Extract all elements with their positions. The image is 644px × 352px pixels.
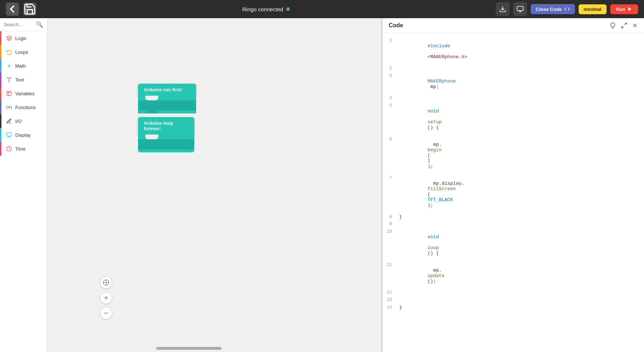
sidebar-item-logic-label: Logic (15, 36, 27, 41)
svg-point-22 (106, 282, 107, 283)
block-arduino-loop-forever[interactable]: Arduino loop forever: (138, 117, 194, 135)
canvas-controls (100, 276, 112, 319)
code-line-10: 10 void loop () { (383, 228, 644, 262)
svg-rect-9 (7, 91, 11, 96)
sidebar-item-variables[interactable]: Variables (0, 87, 47, 100)
code-panel-title: Code (389, 22, 403, 29)
zoom-in-button[interactable] (100, 292, 112, 304)
code-line-12: 12 (383, 290, 644, 297)
zoom-out-button[interactable] (100, 307, 112, 319)
svg-point-12 (8, 107, 10, 108)
minimal-button[interactable]: minimal (579, 4, 607, 14)
code-line-7: 7 mp.display. fillScreen ( TFT_BLACK ); (383, 175, 644, 214)
sidebar-item-display-label: Display (15, 132, 31, 138)
topbar-left (6, 3, 36, 16)
svg-line-27 (621, 26, 623, 28)
code-editor[interactable]: 1 #include <MAKERphone.h> 2 3 MAKERphone… (383, 33, 644, 352)
sidebar-item-time[interactable]: Time (0, 142, 47, 156)
code-line-11: 11 mp. update (); (383, 262, 644, 290)
back-button[interactable] (6, 3, 19, 16)
close-code-button[interactable]: Close Code (531, 4, 575, 14)
download-button[interactable] (496, 2, 510, 16)
lightbulb-button[interactable] (609, 22, 616, 29)
code-panel-icons (609, 22, 638, 29)
search-input[interactable] (4, 22, 36, 27)
canvas-area[interactable]: Arduino run first: Arduino loop forever: (47, 18, 381, 352)
code-panel: Code (382, 18, 644, 352)
run-button[interactable]: Run (610, 4, 638, 14)
save-button[interactable] (23, 3, 36, 16)
code-line-4: 4 (383, 95, 644, 103)
logic-icon (6, 35, 12, 41)
code-line-2: 2 (383, 65, 644, 73)
code-line-1: 1 #include <MAKERphone.h> (383, 37, 644, 65)
status-indicator (286, 7, 290, 11)
topbar: Ringo connected Close Code minimal Run (0, 0, 644, 18)
block-loop-forever-label: Arduino loop forever: (144, 120, 173, 131)
code-line-9: 9 (383, 221, 644, 228)
sidebar-item-text-label: Text (15, 77, 24, 83)
math-icon (6, 63, 12, 69)
close-code-label: Close Code (536, 7, 562, 12)
sidebar-item-functions-label: Functions (15, 105, 36, 110)
code-line-8: 8 } (383, 214, 644, 221)
sidebar-item-logic[interactable]: Logic (0, 31, 47, 45)
code-line-6: 6 mp. begin ( 1 ); (383, 136, 644, 175)
sidebar-item-math[interactable]: Math (0, 59, 47, 73)
blocks-container: Arduino run first: Arduino loop forever: (138, 84, 196, 152)
sidebar-item-loops[interactable]: Loops (0, 45, 47, 59)
code-line-13: 13 (383, 297, 644, 304)
svg-rect-13 (7, 133, 11, 136)
sidebar-item-loops-label: Loops (15, 49, 28, 55)
block-run-first-label: Arduino run first: (144, 87, 183, 92)
topbar-center: Ringo connected (242, 6, 290, 12)
time-icon (6, 145, 12, 152)
code-line-3: 3 MAKERphone mp; (383, 73, 644, 95)
sidebar: 🔍 Logic Loops Math Text (0, 18, 47, 352)
status-text: Ringo connected (242, 6, 283, 12)
close-button[interactable] (632, 22, 638, 29)
sidebar-item-functions[interactable]: Functions (0, 100, 47, 114)
loops-icon (6, 49, 12, 55)
svg-rect-1 (517, 7, 523, 11)
crosshair-button[interactable] (100, 276, 112, 289)
sidebar-item-io-label: I/O (15, 119, 21, 124)
block-arduino-run-first[interactable]: Arduino run first: (138, 84, 196, 96)
canvas-scrollbar-thumb (156, 347, 222, 350)
search-icon[interactable]: 🔍 (36, 21, 43, 28)
sidebar-item-io[interactable]: I/O (0, 114, 47, 128)
variables-icon (6, 90, 12, 97)
main-layout: 🔍 Logic Loops Math Text (0, 18, 644, 352)
display-icon (6, 132, 12, 138)
monitor-button[interactable] (513, 2, 527, 16)
sidebar-item-variables-label: Variables (15, 91, 35, 96)
search-bar: 🔍 (0, 18, 47, 31)
run-label: Run (616, 7, 625, 12)
sidebar-item-time-label: Time (15, 146, 25, 152)
svg-line-26 (625, 23, 627, 25)
code-line-5: 5 void setup () { (383, 103, 644, 136)
text-icon (6, 76, 12, 83)
functions-icon (6, 104, 12, 111)
code-line-14: 14 } (383, 304, 644, 312)
expand-button[interactable] (621, 22, 627, 29)
svg-marker-4 (628, 7, 631, 11)
sidebar-item-text[interactable]: Text (0, 73, 47, 87)
minimal-label: minimal (584, 7, 602, 12)
sidebar-item-display[interactable]: Display (0, 128, 47, 142)
sidebar-item-math-label: Math (15, 63, 26, 69)
topbar-right: Close Code minimal Run (496, 2, 638, 16)
io-icon (6, 118, 12, 124)
